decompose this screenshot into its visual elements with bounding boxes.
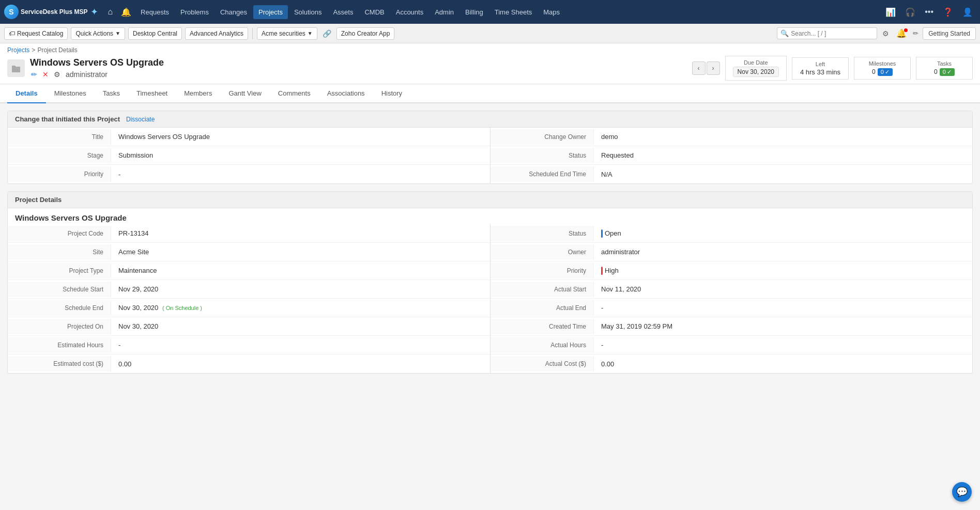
project-priority-row: Priority High <box>491 261 972 280</box>
change-owner-row: Change Owner demo <box>491 128 972 146</box>
nav-item-timesheets[interactable]: Time Sheets <box>489 5 538 19</box>
project-details-title: Project Details <box>15 196 62 204</box>
change-title-label: Title <box>8 129 111 145</box>
nav-user-icon[interactable]: 👤 <box>959 5 976 19</box>
change-stage-row: Stage Submission <box>8 146 490 165</box>
desktop-central-button[interactable]: Desktop Central <box>128 27 182 40</box>
nav-item-billing[interactable]: Billing <box>460 5 488 19</box>
getting-started-button[interactable]: Getting Started <box>923 27 976 40</box>
request-catalog-icon: 🏷 <box>9 30 15 37</box>
project-status-row: Status Open <box>491 224 972 243</box>
acme-caret-icon: ▼ <box>308 30 313 36</box>
quick-actions-button[interactable]: Quick Actions ▼ <box>71 27 125 40</box>
next-project-button[interactable]: › <box>707 61 720 75</box>
project-actual-end-row: Actual End - <box>491 299 972 317</box>
on-schedule-text: On Schedule <box>166 305 199 311</box>
tab-gantt-view[interactable]: Gantt View <box>220 84 269 103</box>
tab-details[interactable]: Details <box>7 84 46 103</box>
milestones-total: 0 <box>872 68 876 75</box>
project-details-subtitle: Windows Servers OS Upgrade <box>8 208 972 224</box>
tab-timesheet[interactable]: Timesheet <box>128 84 176 103</box>
project-projected-on-label: Projected On <box>8 319 111 334</box>
advanced-analytics-button[interactable]: Advanced Analytics <box>185 27 248 40</box>
nav-item-maps[interactable]: Maps <box>538 5 565 19</box>
nav-item-assets[interactable]: Assets <box>328 5 358 19</box>
project-actual-hours-label: Actual Hours <box>491 337 594 353</box>
change-stage-label: Stage <box>8 148 111 163</box>
settings-project-icon[interactable]: ⚙ <box>53 69 62 80</box>
nav-item-changes[interactable]: Changes <box>215 5 252 19</box>
acme-external-link-icon[interactable]: 🔗 <box>320 28 333 39</box>
settings-toolbar-icon[interactable]: ⚙ <box>880 28 891 39</box>
acme-securities-button[interactable]: Acme securities ▼ <box>257 27 317 40</box>
tabs-bar: Details Milestones Tasks Timesheet Membe… <box>0 84 980 103</box>
project-actual-end-label: Actual End <box>491 300 594 316</box>
nav-item-problems[interactable]: Problems <box>175 5 214 19</box>
project-schedule-start-label: Schedule Start <box>8 282 111 297</box>
checkmark-icon: ✓ <box>885 69 890 75</box>
nav-item-admin[interactable]: Admin <box>430 5 459 19</box>
tasks-checkmark-icon: ✓ <box>947 69 952 75</box>
project-schedule-end-row: Schedule End Nov 30, 2020 ( On Schedule … <box>8 299 490 317</box>
project-actual-cost-label: Actual Cost ($) <box>491 356 594 372</box>
search-input[interactable] <box>791 30 874 37</box>
change-scheduled-end-label: Scheduled End Time <box>491 166 594 182</box>
on-schedule-badge: ( On Schedule ) <box>162 305 202 311</box>
project-site-label: Site <box>8 244 111 260</box>
tab-members[interactable]: Members <box>176 84 220 103</box>
due-date-value: Nov 30, 2020 <box>733 67 779 77</box>
nav-item-solutions[interactable]: Solutions <box>289 5 327 19</box>
desktop-central-label: Desktop Central <box>133 30 177 37</box>
project-actual-hours-row: Actual Hours - <box>491 336 972 354</box>
nav-item-cmdb[interactable]: CMDB <box>359 5 389 19</box>
project-folder-icon <box>7 59 25 77</box>
delete-project-icon[interactable]: ✕ <box>41 69 50 80</box>
project-owner-detail-label: Owner <box>491 244 594 260</box>
change-title-row: Title Windows Servers OS Upgrade <box>8 128 490 146</box>
nav-help-icon[interactable]: ❓ <box>940 5 956 19</box>
nav-item-projects[interactable]: Projects <box>253 5 288 19</box>
project-details-left-col: Project Code PR-13134 Site Acme Site Pro… <box>8 224 490 373</box>
tab-comments[interactable]: Comments <box>270 84 319 103</box>
nav-home-icon[interactable]: ⌂ <box>103 4 117 20</box>
request-catalog-label: Request Catalog <box>17 30 63 37</box>
project-estimated-cost-value: 0.00 <box>111 356 490 372</box>
nav-item-accounts[interactable]: Accounts <box>391 5 428 19</box>
zoho-creator-button[interactable]: Zoho Creator App <box>336 27 395 40</box>
tab-tasks[interactable]: Tasks <box>95 84 128 103</box>
project-actions: ✏ ✕ ⚙ administrator <box>30 69 687 80</box>
project-schedule-end-value: Nov 30, 2020 ( On Schedule ) <box>111 300 490 316</box>
change-left-col: Title Windows Servers OS Upgrade Stage S… <box>8 128 490 183</box>
schedule-end-text: Nov 30, 2020 <box>118 304 158 312</box>
project-title: Windows Servers OS Upgrade <box>30 57 687 68</box>
brand-logo-area[interactable]: S ServiceDesk Plus MSP ✦ <box>4 5 98 19</box>
tasks-value: 0 0 ✓ <box>924 68 965 76</box>
project-priority-text: High <box>605 267 619 274</box>
edit-toolbar-icon[interactable]: ✏ <box>912 28 920 38</box>
tab-milestones[interactable]: Milestones <box>46 84 95 103</box>
request-catalog-button[interactable]: 🏷 Request Catalog <box>4 27 68 40</box>
nav-chart-icon[interactable]: 📊 <box>882 5 899 19</box>
milestones-done-badge: 0 ✓ <box>878 68 893 76</box>
nav-more-icon[interactable]: ••• <box>922 5 937 19</box>
dissociate-link[interactable]: Dissociate <box>126 116 155 123</box>
breadcrumb-projects-link[interactable]: Projects <box>7 47 29 54</box>
nav-item-requests[interactable]: Requests <box>135 5 174 19</box>
nav-right-area: 📊 🎧 ••• ❓ 👤 <box>882 5 976 19</box>
change-scheduled-end-value: N/A <box>594 166 972 182</box>
nav-headset-icon[interactable]: 🎧 <box>902 5 918 19</box>
project-status-text: Open <box>605 229 621 237</box>
project-estimated-cost-label: Estimated cost ($) <box>8 356 111 372</box>
tab-history[interactable]: History <box>373 84 410 103</box>
left-label: Left <box>800 61 841 67</box>
project-code-value: PR-13134 <box>111 225 490 241</box>
bell-area: 🔔 <box>894 28 909 38</box>
nav-notifications-icon[interactable]: 🔔 <box>118 5 134 19</box>
toolbar-separator-1 <box>252 28 253 39</box>
left-time-block: Left 4 hrs 33 mins <box>792 57 849 80</box>
tab-associations[interactable]: Associations <box>319 84 373 103</box>
due-date-label: Due Date <box>733 59 779 66</box>
edit-project-icon[interactable]: ✏ <box>30 69 38 80</box>
prev-project-button[interactable]: ‹ <box>692 61 706 75</box>
tasks-block: Tasks 0 0 ✓ <box>916 57 973 80</box>
